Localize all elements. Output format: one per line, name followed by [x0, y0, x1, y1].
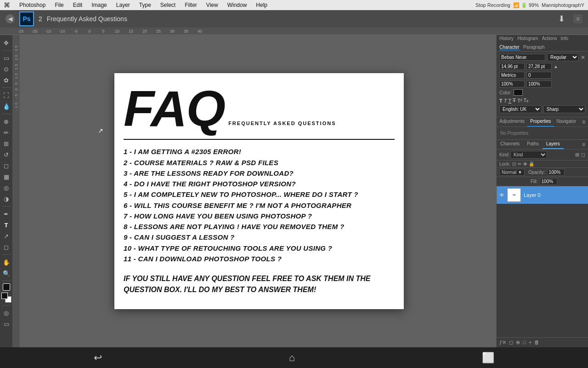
- tab-actions[interactable]: Actions: [542, 36, 557, 41]
- italic-icon[interactable]: T: [504, 98, 507, 104]
- eyedropper-tool[interactable]: 💧: [1, 101, 11, 111]
- tab-history[interactable]: History: [499, 36, 514, 41]
- strikethrough-icon[interactable]: T̶: [513, 98, 516, 104]
- tab-layers[interactable]: Layers: [543, 140, 564, 149]
- zoom-tool[interactable]: 🔍: [1, 268, 11, 278]
- type-tool[interactable]: T: [1, 220, 11, 230]
- opacity-input[interactable]: [547, 169, 565, 176]
- language-select[interactable]: English: UK: [499, 105, 542, 113]
- properties-menu[interactable]: ≡: [579, 117, 588, 126]
- stop-recording[interactable]: Stop Recording: [475, 2, 510, 8]
- shape-tool[interactable]: ◻: [1, 242, 11, 252]
- foreground-color[interactable]: [3, 283, 10, 291]
- home-button[interactable]: ⌂: [289, 352, 295, 364]
- leading-input[interactable]: [526, 63, 552, 70]
- kind-filter-select[interactable]: Kind: [510, 151, 547, 159]
- filter-icon[interactable]: ⊞: [575, 152, 579, 158]
- kerning-input[interactable]: [526, 72, 552, 79]
- brush-tool[interactable]: ✏: [1, 127, 11, 138]
- menu-window[interactable]: Window: [226, 2, 249, 8]
- faq-header: FAQ FREQUENTLY ASKED QUESTIONS: [124, 87, 395, 130]
- lock-position[interactable]: ✥: [523, 161, 527, 167]
- add-mask-button[interactable]: ◻: [509, 339, 513, 345]
- history-brush[interactable]: ↺: [1, 150, 11, 160]
- layers-toolbar: Kind Kind ⊞ ◻: [497, 150, 588, 161]
- pen-tool[interactable]: ✒: [1, 209, 11, 219]
- menu-layer[interactable]: Layer: [114, 2, 132, 8]
- lock-all[interactable]: 🔒: [529, 161, 534, 167]
- group-button[interactable]: □: [523, 339, 526, 345]
- screen-mode[interactable]: ▭: [1, 319, 11, 329]
- menu-filter[interactable]: Filter: [183, 2, 199, 8]
- lock-transparent[interactable]: ⊡: [512, 161, 516, 167]
- menu-view[interactable]: View: [204, 2, 220, 8]
- panel-close[interactable]: ✕: [581, 54, 585, 61]
- crop-tool[interactable]: ⛶: [1, 90, 11, 100]
- tracking-input[interactable]: [499, 72, 525, 79]
- layer-visibility-eye[interactable]: 👁: [499, 192, 504, 198]
- scale-v-input[interactable]: [526, 80, 552, 87]
- hand-tool[interactable]: ✋: [1, 257, 11, 267]
- menu-help[interactable]: Help: [254, 2, 269, 8]
- dodge-tool[interactable]: ◑: [1, 194, 11, 204]
- new-layer-button[interactable]: +: [529, 339, 531, 345]
- back-arrow[interactable]: ◀: [6, 14, 15, 23]
- normal-blend-select[interactable]: Normal ▼: [499, 169, 525, 176]
- scale-h-input[interactable]: [499, 80, 525, 87]
- color-swatch[interactable]: [1, 293, 11, 303]
- tab-character[interactable]: Character: [499, 45, 520, 50]
- adj-tabs: Adjustments Properties Navigator ≡: [497, 117, 588, 127]
- quick-select-tool[interactable]: ✿: [1, 75, 11, 85]
- apple-menu[interactable]: ⌘: [4, 1, 10, 9]
- bold-icon[interactable]: T: [499, 98, 503, 104]
- tab-info[interactable]: Info: [561, 36, 569, 41]
- antialiasing-select[interactable]: Sharp: [543, 105, 586, 113]
- overview-button[interactable]: ⬜: [482, 352, 494, 364]
- filter-toggle[interactable]: ◻: [581, 152, 585, 158]
- menu-type[interactable]: Type: [137, 2, 153, 8]
- fill-row: Fill:: [497, 177, 588, 186]
- color-swatch[interactable]: [514, 89, 523, 96]
- lock-image[interactable]: ✏: [518, 161, 521, 167]
- move-tool[interactable]: ✥: [1, 38, 11, 48]
- tab-paragraph[interactable]: Paragraph: [523, 45, 545, 50]
- font-size-input[interactable]: [499, 63, 525, 70]
- panel-toggle[interactable]: ≡: [573, 14, 582, 23]
- add-fx-button[interactable]: ƒ✕: [499, 339, 506, 345]
- eraser-tool[interactable]: ◻: [1, 161, 11, 171]
- tab-navigator[interactable]: Navigator: [554, 117, 579, 126]
- gradient-tool[interactable]: ▦: [1, 172, 11, 182]
- clone-tool[interactable]: ⊞: [1, 138, 11, 149]
- kind-label: Kind: [499, 152, 509, 157]
- menu-image[interactable]: Image: [90, 2, 108, 8]
- layers-menu[interactable]: ≡: [579, 140, 588, 149]
- underline-icon[interactable]: T: [508, 98, 511, 104]
- menu-file[interactable]: File: [53, 2, 65, 8]
- tab-histogram[interactable]: Histogram: [517, 36, 538, 41]
- blur-tool[interactable]: ◎: [1, 183, 11, 193]
- fill-input[interactable]: [540, 178, 557, 185]
- layer-item-0[interactable]: 👁 FAQ Layer 0: [497, 186, 588, 204]
- spot-heal-tool[interactable]: ⊕: [1, 116, 11, 126]
- quick-mask[interactable]: ◎: [1, 308, 11, 318]
- lasso-tool[interactable]: ⊙: [1, 64, 11, 74]
- adjustment-layer-button[interactable]: ⊕: [516, 339, 520, 345]
- menu-select[interactable]: Select: [158, 2, 177, 8]
- download-icon[interactable]: ⬇: [558, 14, 565, 24]
- cursor-position: ↗: [98, 127, 103, 134]
- subscript-icon[interactable]: T₂: [524, 98, 529, 104]
- menu-edit[interactable]: Edit: [71, 2, 85, 8]
- font-name-input[interactable]: [499, 54, 545, 61]
- panel-tab-row: History Histogram Actions Info Character…: [497, 35, 588, 52]
- tab-channels[interactable]: Channels: [497, 140, 523, 149]
- tab-adjustments[interactable]: Adjustments: [497, 117, 527, 126]
- back-button[interactable]: ↩: [94, 352, 102, 364]
- tab-paths[interactable]: Paths: [523, 140, 543, 149]
- superscript-icon[interactable]: T²: [517, 98, 522, 104]
- path-select-tool[interactable]: ↗: [1, 231, 11, 241]
- menu-photoshop[interactable]: Photoshop: [17, 2, 47, 8]
- delete-layer-button[interactable]: 🗑: [534, 339, 539, 345]
- font-style-select[interactable]: Regular: [547, 53, 579, 61]
- tab-properties[interactable]: Properties: [527, 117, 554, 126]
- marquee-tool[interactable]: ▭: [1, 53, 11, 63]
